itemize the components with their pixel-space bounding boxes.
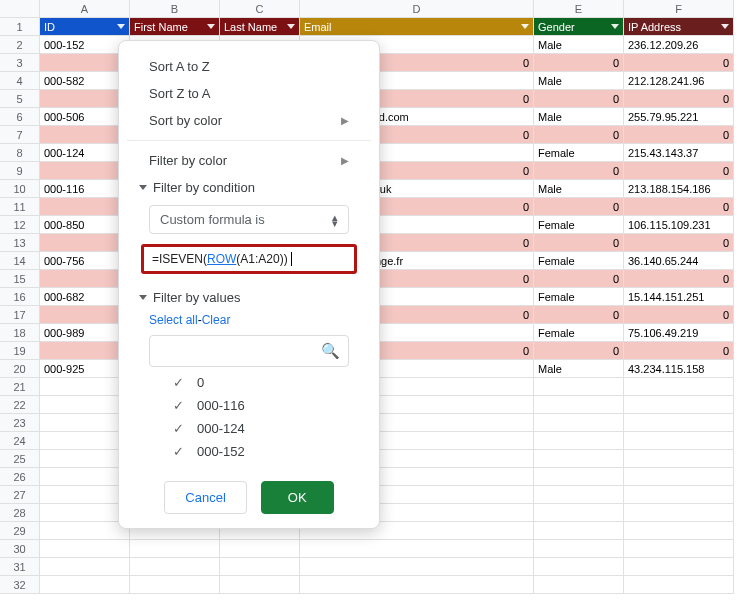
column-header[interactable]: F	[624, 0, 734, 18]
formula-input[interactable]: =ISEVEN(ROW(A1:A20))	[141, 244, 357, 274]
field-header[interactable]: ID	[40, 18, 130, 36]
cell[interactable]	[300, 558, 534, 576]
filter-icon[interactable]	[611, 24, 619, 29]
cell[interactable]	[40, 270, 130, 288]
cell[interactable]	[130, 540, 220, 558]
filter-icon[interactable]	[207, 24, 215, 29]
cell[interactable]: Male	[534, 36, 624, 54]
row-header[interactable]: 22	[0, 396, 40, 414]
cell[interactable]: 0	[534, 54, 624, 72]
filter-by-color[interactable]: Filter by color▶	[127, 147, 371, 174]
row-header[interactable]: 20	[0, 360, 40, 378]
cell[interactable]: 000-925	[40, 360, 130, 378]
filter-icon[interactable]	[721, 24, 729, 29]
cell[interactable]: Female	[534, 252, 624, 270]
row-header[interactable]: 1	[0, 18, 40, 36]
row-header[interactable]: 31	[0, 558, 40, 576]
cell[interactable]: 0	[624, 162, 734, 180]
cell[interactable]: 0	[534, 162, 624, 180]
cell[interactable]: 000-582	[40, 72, 130, 90]
row-header[interactable]: 5	[0, 90, 40, 108]
column-header[interactable]: C	[220, 0, 300, 18]
filter-value-item[interactable]: ✓000-124	[127, 417, 371, 440]
cell[interactable]: 0	[534, 90, 624, 108]
cell[interactable]: 212.128.241.96	[624, 72, 734, 90]
cell[interactable]	[40, 54, 130, 72]
field-header[interactable]: Last Name	[220, 18, 300, 36]
cell[interactable]	[40, 486, 130, 504]
cell[interactable]	[220, 576, 300, 594]
cell[interactable]: 0	[534, 234, 624, 252]
cell[interactable]: 0	[534, 126, 624, 144]
cell[interactable]: 000-682	[40, 288, 130, 306]
filter-value-item[interactable]: ✓000-116	[127, 394, 371, 417]
cell[interactable]	[624, 414, 734, 432]
values-search-input[interactable]: 🔍	[149, 335, 349, 367]
cell[interactable]: 213.188.154.186	[624, 180, 734, 198]
cell[interactable]: 0	[624, 90, 734, 108]
cell[interactable]: 0	[624, 234, 734, 252]
column-header[interactable]: B	[130, 0, 220, 18]
row-header[interactable]: 26	[0, 468, 40, 486]
cell[interactable]: 0	[534, 198, 624, 216]
column-header[interactable]: A	[40, 0, 130, 18]
condition-select[interactable]: Custom formula is ▴▾	[149, 205, 349, 234]
row-header[interactable]: 11	[0, 198, 40, 216]
select-all-corner[interactable]	[0, 0, 40, 18]
cell[interactable]: Female	[534, 216, 624, 234]
cell[interactable]	[534, 576, 624, 594]
cell[interactable]: Male	[534, 360, 624, 378]
cell[interactable]: 236.12.209.26	[624, 36, 734, 54]
cell[interactable]: Male	[534, 108, 624, 126]
cell[interactable]	[40, 522, 130, 540]
row-header[interactable]: 7	[0, 126, 40, 144]
cell[interactable]	[220, 540, 300, 558]
row-header[interactable]: 2	[0, 36, 40, 54]
cell[interactable]: 000-989	[40, 324, 130, 342]
cell[interactable]: 000-850	[40, 216, 130, 234]
cell[interactable]: 000-152	[40, 36, 130, 54]
filter-value-item[interactable]: ✓000-152	[127, 440, 371, 463]
cell[interactable]	[40, 342, 130, 360]
cell[interactable]: Female	[534, 144, 624, 162]
cell[interactable]	[624, 540, 734, 558]
cell[interactable]	[534, 378, 624, 396]
cell[interactable]: 0	[624, 342, 734, 360]
row-header[interactable]: 23	[0, 414, 40, 432]
cell[interactable]	[40, 414, 130, 432]
cell[interactable]: 0	[534, 342, 624, 360]
cell[interactable]	[40, 504, 130, 522]
cell[interactable]: 43.234.115.158	[624, 360, 734, 378]
ok-button[interactable]: OK	[261, 481, 334, 514]
cell[interactable]: 0	[534, 306, 624, 324]
cell[interactable]	[624, 450, 734, 468]
filter-icon[interactable]	[117, 24, 125, 29]
field-header[interactable]: Email	[300, 18, 534, 36]
cell[interactable]	[40, 468, 130, 486]
cell[interactable]	[624, 576, 734, 594]
cell[interactable]	[534, 486, 624, 504]
cell[interactable]	[40, 450, 130, 468]
cell[interactable]: 0	[624, 54, 734, 72]
cell[interactable]	[534, 558, 624, 576]
row-header[interactable]: 12	[0, 216, 40, 234]
cell[interactable]	[40, 540, 130, 558]
filter-icon[interactable]	[287, 24, 295, 29]
row-header[interactable]: 29	[0, 522, 40, 540]
row-header[interactable]: 17	[0, 306, 40, 324]
cell[interactable]: 0	[624, 270, 734, 288]
cell[interactable]: 106.115.109.231	[624, 216, 734, 234]
cell[interactable]	[624, 504, 734, 522]
cell[interactable]	[624, 378, 734, 396]
cell[interactable]: 215.43.143.37	[624, 144, 734, 162]
cell[interactable]	[40, 378, 130, 396]
cell[interactable]	[624, 396, 734, 414]
cell[interactable]	[534, 540, 624, 558]
cell[interactable]: 0	[624, 198, 734, 216]
row-header[interactable]: 14	[0, 252, 40, 270]
filter-icon[interactable]	[521, 24, 529, 29]
cell[interactable]: 000-124	[40, 144, 130, 162]
select-all-link[interactable]: Select all	[149, 313, 198, 327]
cell[interactable]	[40, 126, 130, 144]
row-header[interactable]: 18	[0, 324, 40, 342]
